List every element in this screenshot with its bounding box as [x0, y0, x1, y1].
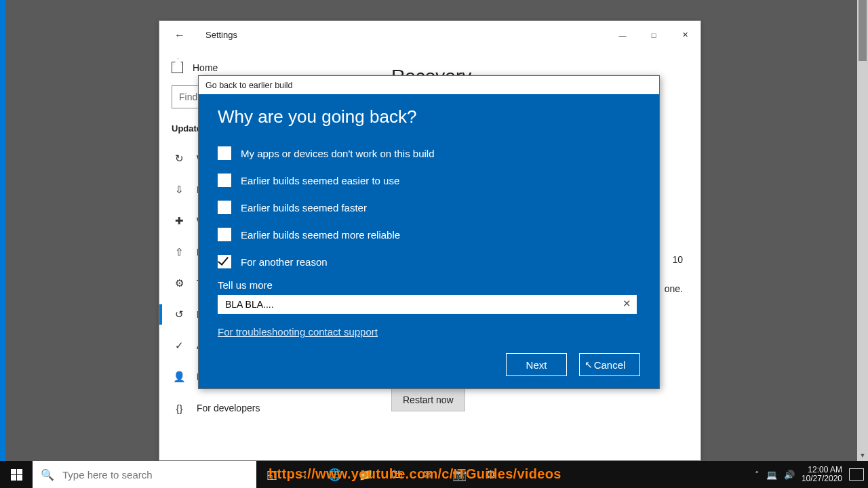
clock-date: 10/27/2020 [802, 474, 842, 483]
option-another-reason[interactable]: For another reason [218, 248, 640, 275]
checkbox-checked-icon[interactable] [218, 255, 231, 268]
search-placeholder: Type here to search [62, 469, 153, 481]
start-button[interactable] [0, 461, 33, 488]
sidebar-home[interactable]: Home [172, 62, 367, 73]
network-icon[interactable]: 💻 [766, 470, 777, 480]
back-button[interactable]: ← [170, 26, 189, 44]
option-apps-dont-work[interactable]: My apps or devices don't work on this bu… [218, 140, 640, 167]
wrench-icon: ⚙ [173, 277, 186, 289]
go-back-dialog: Go back to earlier build Why are you goi… [198, 75, 660, 389]
maximize-button[interactable]: □ [638, 21, 669, 49]
contact-support-link[interactable]: For troubleshooting contact support [218, 326, 640, 338]
browser-icon[interactable]: 🌐 [319, 461, 350, 488]
windows-logo-icon [11, 469, 22, 481]
option-easier[interactable]: Earlier builds seemed easier to use [218, 167, 640, 194]
partial-text: 10 one. [665, 253, 683, 296]
next-label: Next [526, 359, 547, 371]
task-view-icon[interactable]: ◱ [256, 461, 288, 488]
scroll-thumb[interactable] [859, 0, 867, 61]
action-center-icon[interactable] [849, 468, 864, 481]
taskbar[interactable]: 🔍 Type here to search ◱ ○ 🌐 📁 🛍 ✉ 📷 ⚙ ht… [0, 461, 868, 488]
photos-icon[interactable]: 📷 [443, 461, 475, 488]
dialog-heading: Why are you going back? [218, 106, 640, 127]
partial-text-2: one. [665, 282, 683, 296]
checkbox-icon[interactable] [218, 146, 231, 160]
check-icon: ✓ [173, 340, 186, 352]
home-label: Home [193, 62, 218, 73]
tell-us-more-input[interactable] [218, 295, 637, 314]
store-icon[interactable]: 🛍 [381, 461, 412, 488]
sidebar-item-for-developers[interactable]: {}For developers [172, 392, 367, 424]
checkbox-icon[interactable] [218, 174, 231, 187]
clear-input-icon[interactable]: ✕ [623, 298, 631, 310]
dialog-title[interactable]: Go back to earlier build [199, 76, 659, 94]
taskbar-search[interactable]: 🔍 Type here to search [33, 461, 256, 488]
option-faster[interactable]: Earlier builds seemed faster [218, 194, 640, 221]
tell-us-more-label: Tell us more [218, 279, 640, 291]
home-icon [172, 62, 183, 73]
sync-icon: ↻ [173, 152, 186, 165]
minimize-button[interactable]: ― [607, 21, 638, 49]
tray-chevron-icon[interactable]: ˄ [755, 470, 760, 480]
window-left-edge [0, 0, 5, 461]
recovery-icon: ↺ [173, 308, 186, 321]
settings-title: Settings [205, 30, 237, 40]
location-icon: 👤 [173, 371, 186, 383]
partial-text-1: 10 [665, 253, 683, 267]
mail-icon[interactable]: ✉ [412, 461, 443, 488]
scroll-down-icon[interactable]: ▼ [857, 450, 868, 461]
clock[interactable]: 12:00 AM 10/27/2020 [802, 466, 842, 483]
backup-icon: ⇧ [173, 246, 186, 258]
explorer-icon[interactable]: 📁 [350, 461, 381, 488]
nav-label: For developers [197, 403, 260, 413]
cortana-icon[interactable]: ○ [288, 461, 319, 488]
option-reliable[interactable]: Earlier builds seemed more reliable [218, 221, 640, 248]
option-label: Earlier builds seemed faster [241, 202, 367, 214]
restart-now-button[interactable]: Restart now [391, 388, 465, 411]
option-label: For another reason [241, 256, 328, 268]
cancel-button[interactable]: ↖ Cancel [579, 353, 640, 376]
option-label: Earlier builds seemed more reliable [241, 229, 400, 241]
settings-taskbar-icon[interactable]: ⚙ [475, 461, 506, 488]
cursor-icon: ↖ [585, 359, 593, 370]
taskbar-apps: ◱ ○ 🌐 📁 🛍 ✉ 📷 ⚙ [256, 461, 506, 488]
dev-icon: {} [173, 403, 186, 414]
search-icon: 🔍 [41, 468, 54, 481]
option-label: My apps or devices don't work on this bu… [241, 148, 435, 159]
outer-scrollbar[interactable]: ▲ ▼ [857, 0, 868, 461]
cancel-label: Cancel [594, 359, 626, 371]
close-button[interactable]: ✕ [669, 21, 701, 49]
checkbox-icon[interactable] [218, 228, 231, 241]
option-label: Earlier builds seemed easier to use [241, 175, 399, 186]
system-tray[interactable]: ˄ 💻 🔊 12:00 AM 10/27/2020 [755, 461, 868, 488]
settings-titlebar[interactable]: ← Settings ― □ ✕ [159, 21, 701, 49]
shield-icon: ✚ [173, 215, 186, 227]
next-button[interactable]: Next [506, 353, 567, 376]
checkbox-icon[interactable] [218, 201, 231, 214]
delivery-icon: ⇩ [173, 184, 186, 196]
volume-icon[interactable]: 🔊 [784, 470, 795, 480]
